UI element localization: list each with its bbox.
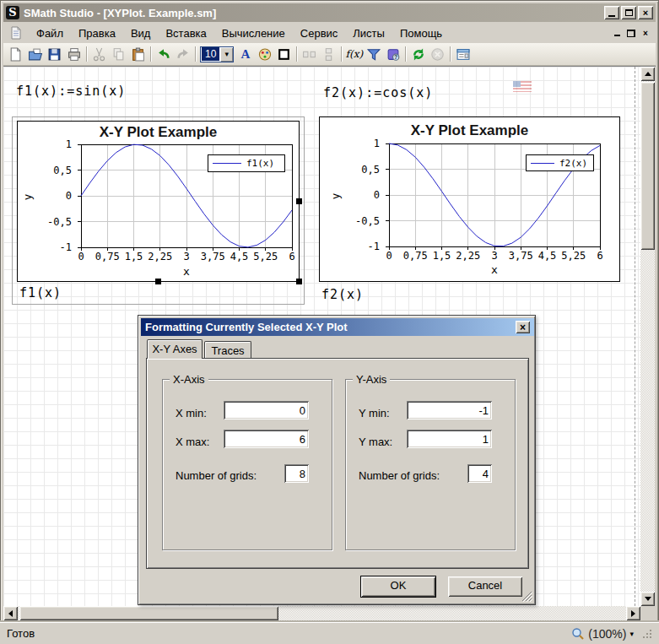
arrow-left-icon (8, 610, 13, 617)
toolbar-separator (450, 46, 451, 62)
recalculate-button[interactable] (408, 45, 428, 63)
x-tick: 5,25 (561, 250, 586, 262)
y-axis-label: y (21, 194, 34, 201)
toolbar-separator (150, 46, 151, 62)
expression-f1[interactable]: f1(x):=sin(x) (16, 84, 126, 99)
plot-caption-f2[interactable]: f2(x) (321, 287, 364, 302)
plot-legend: f2(x) (526, 154, 594, 171)
zoom-dropdown-icon[interactable]: ▾ (629, 630, 634, 638)
mdi-close-button[interactable]: × (639, 27, 652, 39)
y-tick-labels: 10,50-0,5-1 (349, 143, 385, 246)
font-size-value: 10 (202, 47, 219, 61)
scroll-left-button[interactable] (3, 606, 18, 620)
x-tick: 0 (386, 250, 392, 262)
stop-icon (430, 47, 445, 62)
reference-book-icon: ? (386, 47, 401, 62)
y-tick-labels: 10,50-0,5-1 (41, 144, 77, 247)
plot-region-f1[interactable]: X-Y Plot Example f1(x) 10,50-0,5-1 00,75… (12, 116, 305, 305)
font-color-button[interactable]: A (235, 45, 255, 63)
y-max-input[interactable] (407, 430, 492, 448)
tab-traces[interactable]: Traces (204, 341, 251, 359)
resize-handle-corner[interactable] (296, 279, 302, 284)
mdi-minimize-button[interactable] (610, 27, 624, 39)
open-button[interactable] (25, 45, 45, 63)
reference-book-button[interactable]: ? (383, 45, 402, 63)
scroll-down-button[interactable] (640, 592, 655, 606)
legend-line-sample (531, 163, 554, 164)
resize-handle-right[interactable] (296, 198, 302, 204)
paste-icon (131, 47, 145, 62)
palette-button[interactable] (255, 45, 274, 63)
x-max-input[interactable] (224, 430, 309, 448)
horizontal-scroll-thumb[interactable] (19, 606, 278, 620)
menu-edit[interactable]: Правка (71, 24, 123, 42)
menu-sheets[interactable]: Листы (345, 24, 392, 42)
menu-tools[interactable]: Сервис (293, 24, 346, 42)
menu-view[interactable]: Вид (123, 24, 159, 42)
maximize-button[interactable] (621, 6, 636, 19)
copy-button[interactable] (109, 45, 128, 63)
mdi-restore-button[interactable] (624, 27, 638, 39)
mdi-minimize-icon (614, 35, 620, 36)
y-grids-input[interactable] (467, 464, 492, 483)
plot-title: X-Y Plot Example (18, 124, 299, 141)
worksheet-options-button[interactable] (453, 45, 473, 63)
font-size-combo[interactable]: 10 ▾ (200, 46, 234, 62)
minimize-button[interactable] (604, 6, 619, 19)
new-button[interactable] (6, 45, 25, 63)
redo-icon (176, 47, 191, 62)
stop-button[interactable] (428, 45, 447, 63)
y-tick: -0,5 (355, 215, 380, 227)
resize-handle-bottom[interactable] (155, 279, 161, 284)
redo-button[interactable] (173, 45, 192, 63)
y-tick: 0,5 (361, 164, 380, 176)
print-button[interactable] (64, 45, 84, 63)
cut-button[interactable] (89, 45, 109, 63)
window-resize-grip-icon[interactable] (642, 629, 652, 639)
x-axis-label: x (389, 263, 600, 276)
function-button[interactable]: f(x) (344, 45, 364, 63)
plot-axes: f1(x) (81, 144, 292, 247)
zoom-level[interactable]: (100%) (588, 627, 626, 641)
menu-file[interactable]: Файл (29, 24, 71, 42)
close-button[interactable]: × (638, 6, 653, 19)
font-size-dropdown-button[interactable]: ▾ (220, 47, 233, 62)
resize-grip-icon[interactable] (521, 591, 532, 602)
document-icon[interactable] (10, 26, 22, 40)
save-button[interactable] (45, 45, 64, 63)
app-icon: S (6, 6, 19, 19)
expression-f2[interactable]: f2(x):=cos(x) (323, 85, 433, 100)
border-button[interactable] (274, 45, 294, 63)
language-flag-icon (513, 81, 532, 92)
legend-line-sample (213, 163, 241, 164)
menu-help[interactable]: Помощь (392, 24, 450, 42)
legend-label: f2(x) (559, 158, 587, 169)
y-min-input[interactable] (407, 401, 492, 419)
align-horizontal-button[interactable] (300, 45, 319, 63)
menu-calculation[interactable]: Вычисление (214, 24, 293, 42)
paste-button[interactable] (128, 45, 148, 63)
y-axis-label: y (329, 193, 342, 200)
undo-button[interactable] (154, 45, 173, 63)
page-boundary (635, 67, 635, 606)
scroll-up-button[interactable] (640, 67, 655, 81)
plot-caption-f1[interactable]: f1(x) (19, 285, 62, 300)
scroll-right-button[interactable] (626, 606, 640, 620)
menu-insert[interactable]: Вставка (158, 24, 213, 42)
x-grids-input[interactable] (284, 464, 309, 483)
tab-xy-axes[interactable]: X-Y Axes (147, 339, 203, 359)
ok-button[interactable]: OK (361, 576, 435, 597)
y-tick: -1 (368, 241, 380, 252)
x-min-input[interactable] (224, 401, 309, 419)
dialog-close-button[interactable]: × (516, 321, 530, 333)
toolbar-separator (341, 46, 342, 62)
plot-axes: f2(x) (389, 143, 600, 246)
align-vertical-button[interactable] (319, 45, 338, 63)
zoom-magnifier-icon[interactable] (571, 627, 585, 641)
plot-region-f2[interactable]: X-Y Plot Example f2(x) 10,50-0,5-1 00,75… (319, 116, 620, 282)
vertical-scrollbar[interactable] (640, 67, 655, 606)
filter-button[interactable] (364, 45, 383, 63)
vertical-scroll-thumb[interactable] (640, 82, 655, 250)
cancel-button[interactable]: Cancel (448, 576, 522, 597)
horizontal-scrollbar[interactable] (3, 606, 640, 620)
